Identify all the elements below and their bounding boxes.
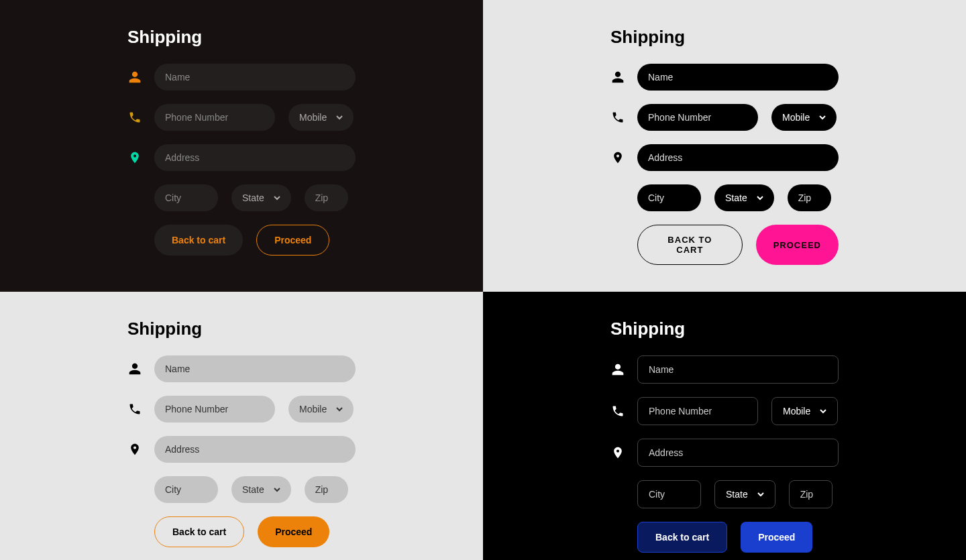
chevron-down-icon (819, 114, 826, 121)
state-value: State (726, 489, 748, 500)
proceed-button[interactable]: Proceed (258, 516, 329, 547)
user-icon (610, 363, 625, 376)
phone-input[interactable] (637, 104, 758, 131)
city-input[interactable] (154, 476, 218, 503)
state-select[interactable]: State (714, 184, 774, 211)
phone-type-select[interactable]: Mobile (771, 397, 838, 425)
phone-input[interactable] (154, 104, 275, 131)
location-icon (610, 446, 625, 459)
phone-input[interactable] (637, 397, 758, 425)
chevron-down-icon (757, 491, 764, 498)
zip-input[interactable] (305, 476, 348, 503)
address-input[interactable] (154, 436, 356, 463)
proceed-button[interactable]: Proceed (256, 225, 329, 256)
zip-input[interactable] (305, 184, 348, 211)
back-to-cart-button[interactable]: Back to cart (637, 522, 727, 553)
phone-type-value: Mobile (782, 112, 810, 123)
chevron-down-icon (336, 114, 343, 121)
phone-type-value: Mobile (299, 404, 327, 414)
proceed-button[interactable]: PROCEED (756, 225, 839, 265)
state-select[interactable]: State (231, 476, 291, 503)
zip-input[interactable] (788, 184, 831, 211)
back-to-cart-button[interactable]: Back to cart (154, 516, 244, 547)
state-value: State (242, 192, 264, 203)
shipping-panel-light-pink: Shipping Mobile State BACK TO CART PR (483, 0, 966, 292)
chevron-down-icon (757, 194, 763, 201)
phone-input[interactable] (154, 396, 275, 423)
panel-heading: Shipping (610, 27, 839, 48)
state-select[interactable]: State (714, 480, 775, 508)
chevron-down-icon (274, 486, 280, 493)
chevron-down-icon (336, 406, 343, 412)
city-input[interactable] (637, 480, 701, 508)
phone-type-value: Mobile (783, 406, 810, 416)
back-to-cart-button[interactable]: BACK TO CART (637, 225, 743, 265)
address-input[interactable] (637, 144, 839, 171)
phone-type-select[interactable]: Mobile (288, 396, 354, 423)
state-value: State (725, 192, 747, 203)
phone-type-select[interactable]: Mobile (288, 104, 354, 131)
back-to-cart-button[interactable]: Back to cart (154, 225, 243, 256)
phone-icon (610, 404, 625, 418)
phone-icon (127, 111, 142, 124)
phone-type-select[interactable]: Mobile (771, 104, 837, 131)
name-input[interactable] (637, 64, 839, 91)
name-input[interactable] (154, 355, 356, 382)
shipping-panel-light-orange: Shipping Mobile State Back to cart Pr (0, 292, 483, 560)
shipping-panel-dark-blue: Shipping Mobile State Back to cart Pr (483, 292, 966, 560)
user-icon (610, 70, 625, 84)
panel-heading: Shipping (610, 319, 839, 339)
address-input[interactable] (154, 144, 356, 171)
panel-heading: Shipping (127, 319, 356, 339)
name-input[interactable] (154, 64, 356, 91)
chevron-down-icon (820, 408, 826, 414)
proceed-button[interactable]: Proceed (741, 522, 812, 553)
panel-heading: Shipping (127, 27, 356, 48)
location-icon (127, 151, 142, 164)
state-select[interactable]: State (231, 184, 291, 211)
chevron-down-icon (274, 194, 280, 201)
phone-icon (127, 402, 142, 416)
user-icon (127, 70, 142, 84)
location-icon (610, 151, 625, 164)
user-icon (127, 362, 142, 376)
phone-icon (610, 111, 625, 124)
name-input[interactable] (637, 355, 839, 384)
city-input[interactable] (154, 184, 218, 211)
phone-type-value: Mobile (299, 112, 327, 123)
address-input[interactable] (637, 439, 839, 467)
zip-input[interactable] (789, 480, 833, 508)
location-icon (127, 443, 142, 456)
shipping-panel-dark-orange: Shipping Mobile State Back to cart Pr (0, 0, 483, 292)
state-value: State (242, 484, 264, 495)
city-input[interactable] (637, 184, 701, 211)
